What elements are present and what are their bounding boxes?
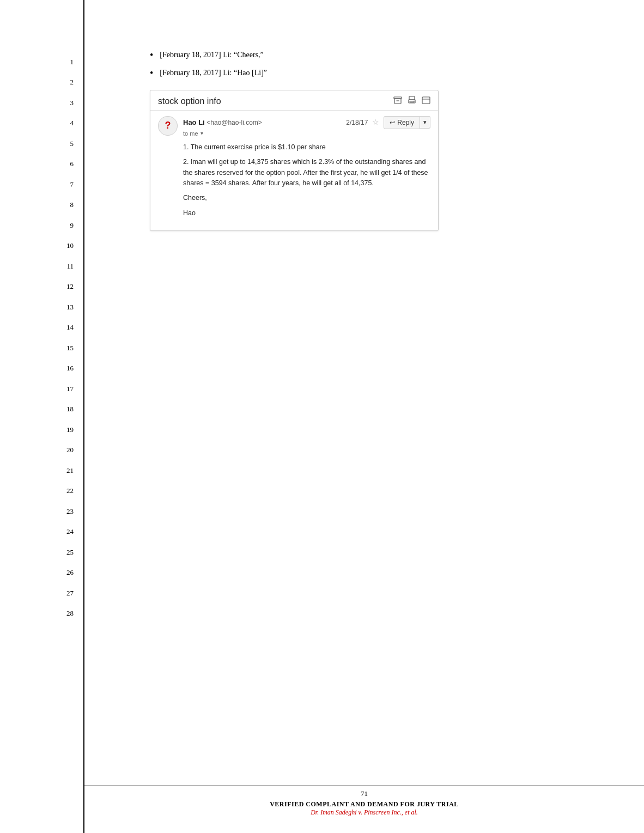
line-16: 16: [0, 358, 83, 379]
avatar: ?: [158, 116, 178, 136]
email-subject: stock option info: [158, 96, 221, 106]
line-8: 8: [0, 195, 83, 216]
reply-label: Reply: [397, 119, 414, 126]
footer-line: [84, 786, 644, 786]
line-14: 14: [0, 318, 83, 338]
line-1: 1: [0, 52, 83, 72]
line-26: 26: [0, 563, 83, 583]
reply-group: ↩ Reply ▾: [384, 116, 430, 129]
line-15: 15: [0, 338, 83, 358]
email-header: stock option info: [150, 90, 438, 111]
archive-icon[interactable]: [393, 96, 402, 107]
line-7: 7: [0, 174, 83, 195]
reply-dropdown-button[interactable]: ▾: [420, 116, 430, 129]
to-me-label: to me: [183, 130, 198, 137]
line-22: 22: [0, 481, 83, 502]
email-body-line1: 1. The current exercise price is $1.10 p…: [183, 142, 430, 153]
bullet-dot: •: [150, 49, 153, 62]
line-3: 3: [0, 93, 83, 113]
email-body-line4: Hao: [183, 208, 430, 218]
star-icon[interactable]: ☆: [372, 118, 379, 127]
line-2: 2: [0, 72, 83, 93]
list-item: • [February 18, 2017] Li: “Cheers,”: [150, 49, 600, 62]
line-13: 13: [0, 297, 83, 318]
bullet-dot: •: [150, 67, 153, 80]
email-header-icons: [393, 96, 430, 107]
footer-subtitle: Dr. Iman Sadeghi v. Pinscreen Inc., et a…: [84, 808, 644, 817]
footer-title: VERIFIED COMPLAINT AND DEMAND FOR JURY T…: [84, 800, 644, 808]
sender-info: Hao Li <hao@hao-li.com> 2/18/17 ☆ ↩ Repl…: [183, 116, 430, 137]
line-18: 18: [0, 399, 83, 420]
svg-point-6: [414, 100, 415, 101]
line-17: 17: [0, 379, 83, 399]
sender-details: Hao Li <hao@hao-li.com>: [183, 118, 262, 127]
line-24: 24: [0, 522, 83, 543]
email-date-row: 2/18/17 ☆ ↩ Reply ▾: [346, 116, 430, 129]
line-numbers-column: 1 2 3 4 5 6 7 8 9 10 11 12 13 14 15 16 1…: [0, 0, 84, 833]
email-body-line3: Cheers,: [183, 193, 430, 203]
page-container: 1 2 3 4 5 6 7 8 9 10 11 12 13 14 15 16 1…: [0, 0, 644, 833]
line-12: 12: [0, 277, 83, 297]
line-10: 10: [0, 236, 83, 257]
page-number: 71: [84, 789, 644, 798]
sender-email: <hao@hao-li.com>: [206, 119, 262, 126]
email-body: ? Hao Li <hao@hao-li.com> 2/18/17 ☆: [150, 111, 438, 230]
svg-rect-5: [410, 101, 414, 102]
line-5: 5: [0, 133, 83, 154]
svg-rect-3: [409, 96, 415, 100]
reply-button[interactable]: ↩ Reply: [384, 116, 420, 129]
line-4: 4: [0, 113, 83, 134]
to-me-row: to me ▾: [183, 130, 430, 137]
sender-name: Hao Li: [183, 118, 205, 126]
line-27: 27: [0, 583, 83, 604]
email-box: stock option info: [150, 90, 439, 231]
email-date: 2/18/17: [346, 119, 368, 126]
email-content: 1. The current exercise price is $1.10 p…: [158, 142, 430, 218]
line-28: 28: [0, 604, 83, 624]
line-21: 21: [0, 460, 83, 481]
line-11: 11: [0, 256, 83, 277]
line-19: 19: [0, 419, 83, 440]
email-meta: ? Hao Li <hao@hao-li.com> 2/18/17 ☆: [158, 116, 430, 137]
to-me-dropdown-icon[interactable]: ▾: [201, 130, 203, 136]
reply-arrow-icon: ↩: [390, 119, 395, 126]
line-20: 20: [0, 440, 83, 461]
svg-rect-7: [422, 97, 430, 104]
print-icon[interactable]: [408, 96, 416, 107]
line-6: 6: [0, 154, 83, 175]
more-icon[interactable]: [422, 96, 430, 107]
line-9: 9: [0, 215, 83, 236]
email-body-line2: 2. Iman will get up to 14,375 shares whi…: [183, 157, 430, 189]
line-23: 23: [0, 501, 83, 522]
page-footer: 71 VERIFIED COMPLAINT AND DEMAND FOR JUR…: [84, 786, 644, 817]
sender-name-row: Hao Li <hao@hao-li.com> 2/18/17 ☆ ↩ Repl…: [183, 116, 430, 129]
content-area: • [February 18, 2017] Li: “Cheers,” • [F…: [84, 0, 644, 833]
list-item: • [February 18, 2017] Li: “Hao [Li]”: [150, 67, 600, 80]
line-25: 25: [0, 542, 83, 563]
bullet-list: • [February 18, 2017] Li: “Cheers,” • [F…: [150, 49, 600, 80]
bullet-text-2: [February 18, 2017] Li: “Hao [Li]”: [160, 67, 267, 79]
bullet-text-1: [February 18, 2017] Li: “Cheers,”: [160, 49, 264, 61]
